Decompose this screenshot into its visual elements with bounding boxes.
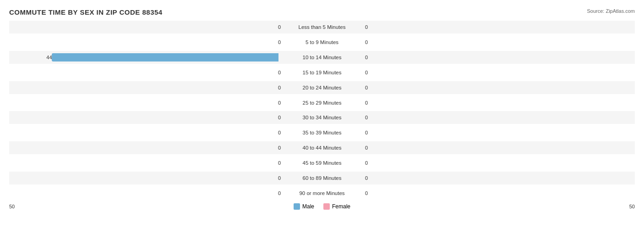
legend-female: Female xyxy=(323,203,350,210)
bar-row: 90 or more Minutes00 xyxy=(9,187,635,200)
male-side xyxy=(278,156,322,169)
bar-row: 20 to 24 Minutes00 xyxy=(9,81,635,94)
female-side xyxy=(322,141,366,154)
bar-row: 35 to 39 Minutes00 xyxy=(9,126,635,139)
legend-male-label: Male xyxy=(302,203,314,210)
bar-row: Less than 5 Minutes00 xyxy=(9,21,635,33)
female-side xyxy=(322,126,366,139)
male-side xyxy=(278,96,322,109)
bar-row: 40 to 44 Minutes00 xyxy=(9,141,635,154)
bar-row: 30 to 34 Minutes00 xyxy=(9,111,635,124)
female-side xyxy=(322,187,366,200)
female-side xyxy=(322,36,366,49)
bar-row: 5 to 9 Minutes00 xyxy=(9,36,635,49)
bar-row: 25 to 29 Minutes00 xyxy=(9,96,635,109)
male-side xyxy=(278,36,322,49)
legend-female-label: Female xyxy=(332,203,350,210)
male-side xyxy=(278,111,322,124)
legend-male: Male xyxy=(294,203,314,210)
male-side xyxy=(278,126,322,139)
male-side xyxy=(278,21,322,33)
female-side xyxy=(322,96,366,109)
bar-row: 60 to 89 Minutes00 xyxy=(9,172,635,184)
female-side xyxy=(322,111,366,124)
male-side xyxy=(52,51,322,64)
source-label: Source: ZipAtlas.com xyxy=(587,8,635,14)
female-side xyxy=(322,172,366,184)
bottom-area: 50 Male Female 50 xyxy=(9,203,635,210)
bar-rows: Less than 5 Minutes005 to 9 Minutes0010 … xyxy=(9,21,635,200)
female-side xyxy=(322,156,366,169)
legend-male-box xyxy=(294,203,300,210)
bar-row: 45 to 59 Minutes00 xyxy=(9,156,635,169)
male-side xyxy=(278,66,322,79)
male-side xyxy=(278,187,322,200)
axis-left: 50 xyxy=(9,204,15,209)
legend-female-box xyxy=(323,203,330,210)
female-side xyxy=(322,81,366,94)
male-side xyxy=(278,81,322,94)
legend: Male Female xyxy=(294,203,350,210)
axis-right: 50 xyxy=(629,204,635,209)
chart-container: COMMUTE TIME BY SEX IN ZIP CODE 88354 So… xyxy=(0,0,644,240)
chart-area: Less than 5 Minutes005 to 9 Minutes0010 … xyxy=(9,21,635,200)
male-side xyxy=(278,141,322,154)
female-side xyxy=(322,51,366,64)
bar-row: 10 to 14 Minutes440 xyxy=(9,51,635,64)
bar-row: 15 to 19 Minutes00 xyxy=(9,66,635,79)
female-side xyxy=(322,66,366,79)
male-side xyxy=(278,172,322,184)
chart-title: COMMUTE TIME BY SEX IN ZIP CODE 88354 xyxy=(9,8,635,16)
female-side xyxy=(322,21,366,33)
